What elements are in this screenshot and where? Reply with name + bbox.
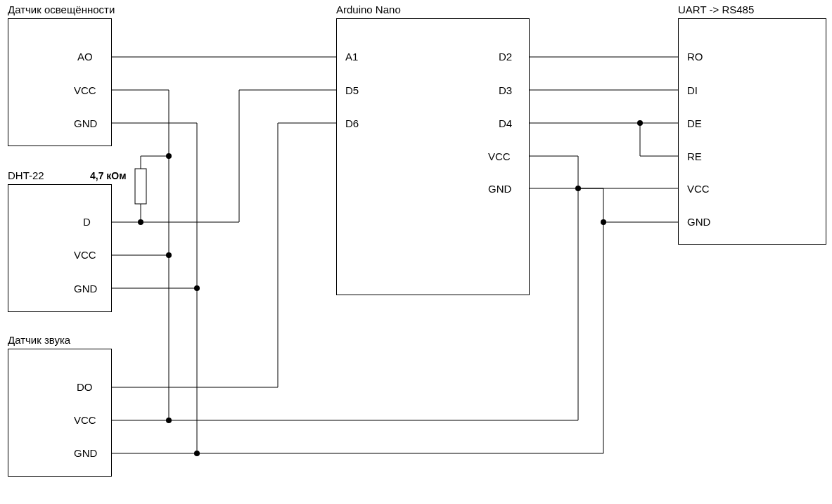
rs485-pin-vcc: VCC (687, 183, 710, 195)
resistor-label: 4,7 кОм (90, 169, 127, 182)
rs485-pin-di: DI (687, 84, 698, 97)
arduino-pin-d6: D6 (345, 117, 359, 130)
svg-point-21 (194, 451, 200, 456)
light-pin-ao: AO (77, 51, 93, 63)
svg-point-19 (166, 418, 172, 423)
arduino-pin-gnd: GND (488, 183, 511, 195)
rs485-pin-de: DE (687, 117, 702, 130)
light-sensor-title: Датчик освещённости (8, 4, 115, 16)
svg-point-14 (194, 285, 200, 291)
svg-point-10 (138, 219, 143, 225)
arduino-pin-a1: A1 (345, 51, 358, 63)
rs485-title: UART -> RS485 (678, 4, 754, 16)
sound-pin-vcc: VCC (74, 414, 96, 427)
svg-point-12 (166, 252, 172, 258)
rs485-pin-gnd: GND (687, 216, 710, 228)
rs485-pin-re: RE (687, 150, 702, 163)
arduino-pin-d3: D3 (499, 84, 512, 97)
light-pin-gnd: GND (74, 117, 97, 130)
svg-point-34 (601, 219, 606, 225)
arduino-pin-d2: D2 (499, 51, 512, 63)
arduino-pin-vcc: VCC (488, 150, 511, 163)
dht22-pin-d: D (83, 216, 91, 228)
sound-pin-do: DO (77, 381, 93, 394)
light-pin-vcc: VCC (74, 84, 96, 97)
dht22-pin-gnd: GND (74, 283, 97, 295)
sound-pin-gnd: GND (74, 447, 97, 460)
arduino-pin-d4: D4 (499, 117, 512, 130)
svg-point-23 (166, 153, 172, 159)
schematic-canvas: Датчик освещённости AO VCC GND DHT-22 D … (0, 0, 832, 504)
rs485-pin-ro: RO (687, 51, 703, 63)
svg-point-40 (637, 120, 643, 126)
sound-sensor-title: Датчик звука (8, 334, 70, 347)
svg-point-29 (575, 186, 581, 191)
arduino-pin-d5: D5 (345, 84, 359, 97)
dht22-title: DHT-22 (8, 169, 44, 182)
dht22-pin-vcc: VCC (74, 249, 96, 261)
svg-rect-7 (135, 169, 146, 204)
arduino-title: Arduino Nano (336, 4, 401, 16)
